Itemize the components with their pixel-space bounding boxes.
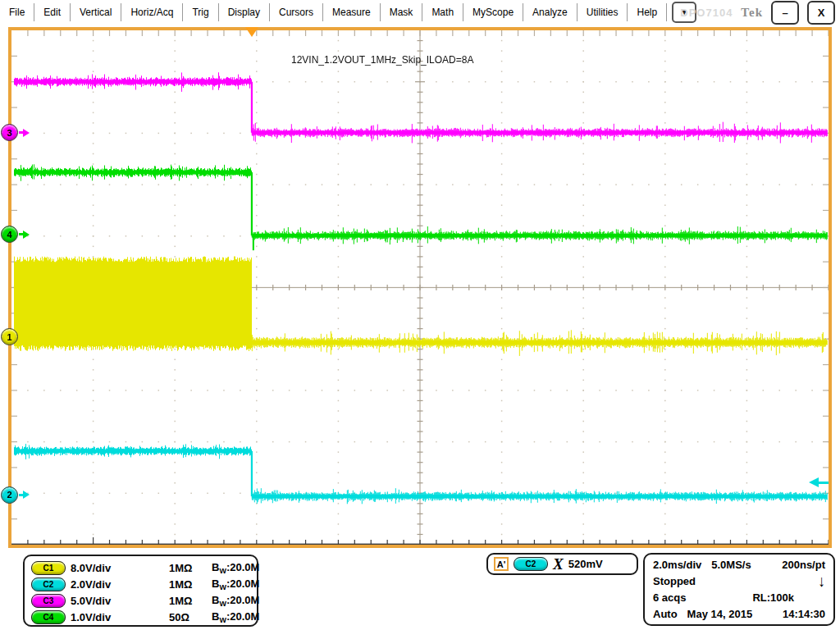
waveform-canvas [11,30,829,545]
menu-item-horiz-acq[interactable]: Horiz/Acq [121,0,182,25]
trigger-level-value: 520mV [568,558,603,570]
acq-row-acqs: 6 acqs RL:100k [653,590,825,606]
oscilloscope-screen: FileEditVerticalHoriz/AcqTrigDisplayCurs… [0,0,840,630]
trigger-level-arrow-icon [809,477,819,487]
waveform-annotation-label: 12VIN_1.2VOUT_1MHz_Skip_ILOAD=8A [291,54,473,66]
channel-bandwidth: BW:20.0M [212,610,259,624]
channel-readout-box: C1 8.0V/div 1MΩ BW:20.0M C2 2.0V/div 1MΩ… [23,555,258,627]
channel-marker-ch4[interactable]: 4 [1,226,30,243]
channel-marker-badge: 1 [1,328,18,345]
channel-marker-badge: 2 [1,486,18,504]
channel-impedance: 1MΩ [169,562,212,574]
menu-item-myscope[interactable]: MyScope [463,0,523,25]
channel-scale: 1.0V/div [71,611,169,623]
menu-item-analyze[interactable]: Analyze [523,0,577,25]
waveform-display-frame [8,27,832,548]
channel-pill-c4[interactable]: C4 [31,610,66,624]
channel-marker-badge: 4 [1,226,18,243]
sample-rate-value: 5.0MS/s [711,559,751,571]
channel-marker-ch2[interactable]: 2 [1,486,30,503]
menu-items: FileEditVerticalHoriz/AcqTrigDisplayCurs… [0,0,667,25]
single-seq-arrow-icon: ↓ [819,573,826,590]
channel-scale: 2.0V/div [71,578,169,591]
menu-item-file[interactable]: File [0,0,34,25]
trigger-position-icon[interactable] [245,27,258,37]
channel-readout-row: C2 2.0V/div 1MΩ BW:20.0M [31,576,250,592]
channel-scale: 5.0V/div [71,595,169,607]
menu-item-measure[interactable]: Measure [323,0,380,25]
menu-item-edit[interactable]: Edit [34,0,70,25]
menu-item-help[interactable]: Help [628,0,666,25]
channel-scale: 8.0V/div [71,562,169,574]
menu-item-vertical[interactable]: Vertical [71,0,121,25]
menu-item-display[interactable]: Display [219,0,269,25]
channel-pill-c3[interactable]: C3 [31,594,66,608]
menu-separator [666,3,667,21]
menu-item-mask[interactable]: Mask [381,0,422,25]
channel-impedance: 1MΩ [169,578,212,591]
menu-item-math[interactable]: Math [422,0,463,25]
trigger-channel-pill[interactable]: C2 [514,557,548,571]
menu-item-cursors[interactable]: Cursors [270,0,322,25]
menu-bar: FileEditVerticalHoriz/AcqTrigDisplayCurs… [0,0,840,25]
channel-readout-row: C1 8.0V/div 1MΩ BW:20.0M [31,559,250,576]
model-label: DPO7104 [680,7,733,19]
resolution-value: 200ns/pt [782,559,825,571]
record-length: RL:100k [752,591,794,604]
acquisition-state: Stopped [653,575,696,587]
trigger-source-badge: A' [494,557,509,571]
close-button[interactable]: X [807,1,835,25]
channel-marker-ch1[interactable]: 1 [1,329,30,345]
timebase-value: 2.0ms/div [653,559,701,571]
acq-row-state: Stopped ↓ [653,573,825,590]
channel-marker-badge: 3 [1,124,18,141]
minimize-button[interactable]: – [771,1,799,25]
channel-bandwidth: BW:20.0M [212,561,259,575]
acquisition-readout-box: 2.0ms/div 5.0MS/s 200ns/pt Stopped ↓ 6 a… [643,553,835,626]
channel-bandwidth: BW:20.0M [212,594,259,608]
acq-row-datetime: Auto May 14, 2015 14:14:30 [653,605,825,622]
channel-readout-row: C4 1.0V/div 50Ω BW:20.0M [31,609,250,625]
date-value: May 14, 2015 [687,608,753,620]
channel-pill-c1[interactable]: C1 [31,561,66,575]
channel-impedance: 50Ω [169,611,212,623]
channel-bandwidth: BW:20.0M [212,578,259,591]
trigger-readout-box[interactable]: A' C2 Χ 520mV [486,553,638,575]
time-value: 14:14:30 [783,608,825,620]
channel-readout-row: C3 5.0V/div 1MΩ BW:20.0M [31,592,250,609]
trigger-slope-icon: Χ [553,556,564,572]
channel-marker-ch3[interactable]: 3 [1,125,30,141]
window-controls: DPO7104 Tek – X [680,2,835,23]
tek-logo: Tek [741,6,763,20]
menu-item-utilities[interactable]: Utilities [578,0,628,25]
acq-count: 6 acqs [653,591,686,604]
acq-row-timebase: 2.0ms/div 5.0MS/s 200ns/pt [653,557,825,573]
channel-pill-c2[interactable]: C2 [31,578,66,591]
trigger-level-icon[interactable] [809,477,829,487]
channel-impedance: 1MΩ [169,595,212,607]
menu-item-trig[interactable]: Trig [183,0,217,25]
trigger-mode: Auto [653,608,678,620]
